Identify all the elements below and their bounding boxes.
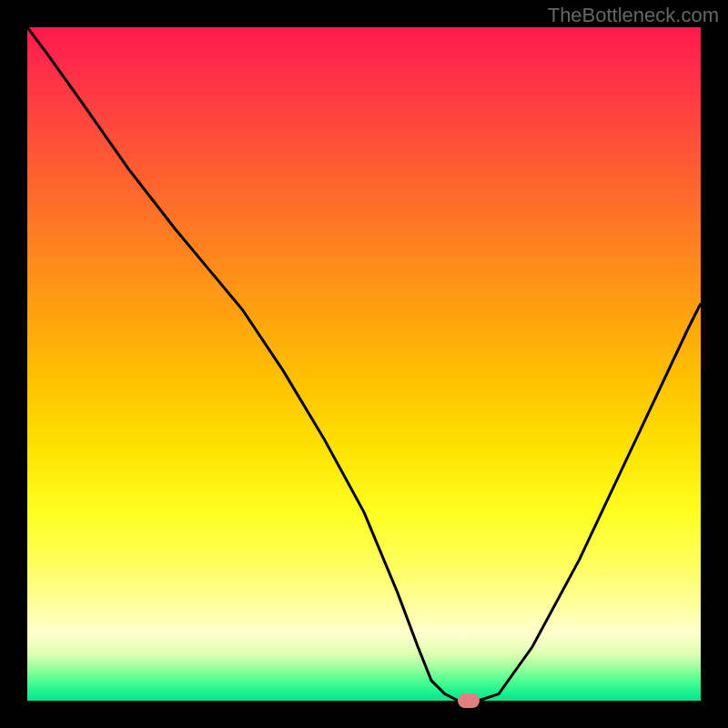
- watermark-text: TheBottleneck.com: [548, 4, 719, 27]
- optimal-point-marker: [458, 693, 480, 708]
- bottleneck-curve-svg: [27, 27, 701, 701]
- bottleneck-curve-path: [27, 27, 701, 701]
